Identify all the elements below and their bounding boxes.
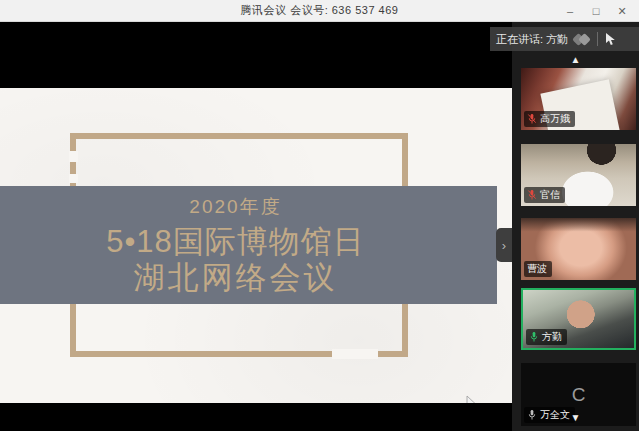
participant-name: 曹波 <box>527 262 547 276</box>
video-thumbnail-gaowane[interactable]: 高万娥 <box>521 68 636 130</box>
window-title: 腾讯会议 会议号: 636 537 469 <box>241 3 399 18</box>
participant-name-chip: 方勤 <box>526 329 567 345</box>
video-thumbnail-caobo[interactable]: 曹波 <box>521 218 636 280</box>
frame-gap <box>69 174 78 183</box>
chevron-right-icon: › <box>502 238 506 253</box>
audio-indicator-icon <box>574 35 589 44</box>
muted-mic-icon <box>527 113 537 125</box>
participants-sidebar: ▲ 高万娥 官信 <box>512 22 639 431</box>
scroll-down-button[interactable]: ▼ <box>512 412 639 424</box>
slide-title-line2: 湖北网络会议 <box>134 260 338 296</box>
frame-gap <box>332 349 378 359</box>
title-bar: 腾讯会议 会议号: 636 537 469 – □ ✕ <box>0 0 639 22</box>
slide-title-band: 2020年度 5•18国际博物馆日 湖北网络会议 <box>0 186 497 304</box>
video-thumbnail-fangqin-active-speaker[interactable]: 方勤 <box>521 288 636 350</box>
active-mic-icon <box>529 331 539 343</box>
muted-mic-icon <box>527 189 537 201</box>
pointer-arrow-icon[interactable] <box>604 32 617 46</box>
participant-name-chip: 曹波 <box>524 261 552 277</box>
speaking-label: 正在讲话: 方勤 <box>496 32 568 47</box>
sidebar-collapse-button[interactable]: › <box>496 228 512 262</box>
participant-name: 方勤 <box>542 330 562 344</box>
frame-gap <box>69 151 78 162</box>
video-thumbnail-guanxin[interactable]: 官信 <box>521 144 636 206</box>
participant-name: 高万娥 <box>540 112 570 126</box>
participant-name-chip: 高万娥 <box>524 111 575 127</box>
minimize-button[interactable]: – <box>557 0 583 22</box>
participant-name: 官信 <box>540 188 560 202</box>
speaking-banner: 正在讲话: 方勤 <box>490 27 639 51</box>
mouse-cursor <box>465 395 477 403</box>
maximize-button[interactable]: □ <box>583 0 609 22</box>
participant-name-chip: 官信 <box>524 187 565 203</box>
close-button[interactable]: ✕ <box>609 0 635 22</box>
scroll-up-button[interactable]: ▲ <box>512 54 639 66</box>
slide-year-text: 2020年度 <box>189 194 281 220</box>
presentation-slide: 2020年度 5•18国际博物馆日 湖北网络会议 <box>0 88 512 403</box>
divider <box>597 32 598 46</box>
slide-title-line1: 5•18国际博物馆日 <box>106 224 365 260</box>
window-controls: – □ ✕ <box>557 0 635 22</box>
shared-screen-area: 2020年度 5•18国际博物馆日 湖北网络会议 › <box>0 22 512 431</box>
meeting-window: 腾讯会议 会议号: 636 537 469 – □ ✕ 2020年度 5•18国… <box>0 0 639 431</box>
